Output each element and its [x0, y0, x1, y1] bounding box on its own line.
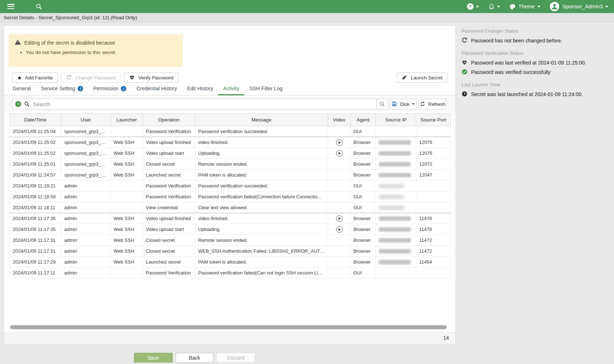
col-message[interactable]: Message [195, 114, 328, 126]
cell-source-ip [376, 148, 416, 159]
col-source-port[interactable]: Source Port [416, 114, 451, 126]
source-ip-redacted [379, 173, 411, 177]
cell-datetime: 2024/01/09 11:25:02 [10, 137, 61, 148]
tab-general[interactable]: General [8, 83, 36, 95]
cell-user: admin [61, 235, 111, 246]
cell-source-port: 11478 [416, 213, 451, 224]
table-row[interactable]: 2024/01/09 11:17:11adminPassword Verific… [10, 268, 451, 278]
col-video[interactable]: Video [328, 114, 351, 126]
back-button[interactable]: Back [176, 353, 213, 363]
table-row[interactable]: 2024/01/09 11:18:59adminPassword Verific… [10, 191, 451, 202]
tab-credential-history[interactable]: Credential History [131, 83, 182, 95]
cell-launcher [111, 126, 143, 137]
password-changer-icon [462, 37, 468, 44]
table-footer: 14 [4, 332, 455, 344]
table-row[interactable]: 2024/01/09 11:19:21adminPassword Verific… [10, 181, 451, 191]
col-operation[interactable]: Operation [143, 114, 195, 126]
disk-dropdown[interactable]: Disk [390, 99, 417, 109]
col-launcher[interactable]: Launcher [111, 114, 143, 126]
col-source-ip[interactable]: Source IP [376, 114, 416, 126]
cell-message: video-finished. [195, 213, 328, 224]
search-input[interactable] [32, 101, 376, 108]
col-datetime[interactable]: Date/Time [10, 114, 61, 126]
play-video-icon[interactable] [336, 215, 343, 222]
cell-message: Uploading. [195, 224, 328, 235]
activity-toolbar: + Disk Refresh [4, 95, 455, 112]
warning-banner: Editing of the secret is disabled becaus… [9, 34, 183, 67]
table-row[interactable]: 2024/01/09 11:17:31adminWeb SSHClosed se… [10, 235, 451, 246]
secret-details-card: Editing of the secret is disabled becaus… [4, 25, 456, 344]
panel-status-text: Secret was last launched at 2024-01-09 1… [471, 91, 583, 97]
save-button[interactable]: Save [134, 353, 173, 363]
refresh-button[interactable]: Refresh [419, 99, 446, 109]
tabs: GeneralService SettingiPermissioniCreden… [4, 83, 455, 95]
cell-source-ip [376, 126, 416, 137]
source-ip-redacted [379, 195, 404, 199]
user-menu[interactable]: Sponsor_Admin3 [550, 2, 608, 11]
tab-service-setting[interactable]: Service Settingi [36, 83, 88, 95]
username-label: Sponsor_Admin3 [562, 4, 603, 9]
table-row[interactable]: 2024/01/09 11:17:35adminWeb SSHVideo upl… [10, 224, 451, 235]
search-icon [24, 101, 30, 107]
help-menu[interactable]: ? [467, 3, 479, 10]
notifications-menu[interactable] [488, 4, 500, 10]
launch-secret-button[interactable]: Launch Secret [397, 73, 447, 83]
table-row[interactable]: 2024/01/09 11:25:02sponsored_grp3_m1Web … [10, 148, 451, 159]
activity-table-body: 2024/01/09 11:25:04sponsored_grp3_m1Pass… [10, 126, 451, 278]
page-actions: Save Back Discard [134, 353, 255, 363]
cell-source-ip [376, 246, 416, 257]
cell-user: admin [61, 181, 111, 191]
avatar [550, 2, 559, 11]
horizontal-scrollbar[interactable] [10, 325, 447, 329]
search-submit-button[interactable] [376, 99, 388, 109]
table-row[interactable]: 2024/01/09 11:17:31adminWeb SSHClosed se… [10, 246, 451, 257]
source-ip-redacted [379, 184, 404, 188]
cell-user: admin [61, 202, 111, 213]
search-field: + [12, 99, 377, 109]
table-row[interactable]: 2024/01/09 11:24:57sponsored_grp3_m1Web … [10, 170, 451, 181]
tab-label: Activity [223, 83, 239, 94]
cell-user: sponsored_grp3_m1 [61, 159, 111, 170]
tab-ssh-filter-log[interactable]: SSH Filter Log [244, 83, 287, 95]
cell-datetime: 2024/01/09 11:17:35 [10, 213, 61, 224]
table-row[interactable]: 2024/01/09 11:18:11adminView credentialC… [10, 202, 451, 213]
play-video-icon[interactable] [336, 150, 343, 157]
cell-video [328, 235, 351, 246]
chevron-down-icon [497, 6, 500, 8]
play-video-icon[interactable] [336, 226, 343, 233]
cell-source-ip [376, 202, 416, 213]
cell-video [328, 224, 351, 235]
table-row[interactable]: 2024/01/09 11:25:04sponsored_grp3_m1Pass… [10, 126, 451, 137]
cell-source-ip [376, 181, 416, 191]
add-favorite-button[interactable]: ★ Add Favorite [12, 73, 58, 83]
panel-status-text: Password was last verified at 2024-01-09… [471, 60, 586, 66]
table-row[interactable]: 2024/01/09 11:17:29adminWeb SSHLaunched … [10, 257, 451, 268]
table-row[interactable]: 2024/01/09 11:25:02sponsored_grp3_m1Web … [10, 137, 451, 148]
cell-source-port: 12075 [416, 137, 451, 148]
warning-list: You do not have permission to this secre… [26, 50, 177, 55]
tab-edit-history[interactable]: Edit History [182, 83, 218, 95]
hamburger-menu-icon[interactable] [7, 4, 15, 9]
panel-status-text: Password was verified successfully [471, 69, 550, 75]
cell-agent: Browser [351, 137, 376, 148]
play-video-icon[interactable] [336, 139, 343, 146]
search-icon[interactable] [36, 3, 42, 10]
col-user[interactable]: User [61, 114, 111, 126]
theme-menu[interactable]: Theme [509, 4, 540, 10]
change-password-button[interactable]: Change Password [61, 73, 120, 83]
discard-button[interactable]: Discard [216, 353, 255, 363]
add-filter-icon[interactable]: + [15, 101, 21, 107]
chevron-down-icon [476, 6, 479, 8]
table-row[interactable]: 2024/01/09 11:17:35adminWeb SSHVideo upl… [10, 213, 451, 224]
tab-activity[interactable]: Activity [218, 83, 244, 95]
source-ip-redacted [379, 216, 411, 221]
cell-user: admin [61, 191, 111, 202]
cell-launcher: Web SSH [111, 257, 143, 268]
col-agent[interactable]: Agent [351, 114, 376, 126]
tab-permission[interactable]: Permissioni [88, 83, 131, 95]
table-row[interactable]: 2024/01/09 11:25:01sponsored_grp3_m1Web … [10, 159, 451, 170]
disk-icon [392, 101, 398, 107]
chevron-down-icon [412, 103, 415, 105]
cell-agent: Browser [351, 235, 376, 246]
verify-password-button[interactable]: Verify Password [124, 73, 179, 83]
